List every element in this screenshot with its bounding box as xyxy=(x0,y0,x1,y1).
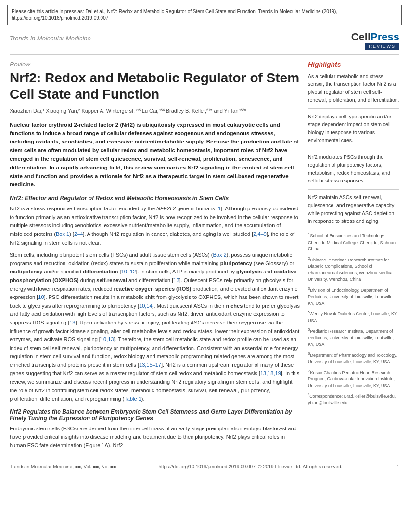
section2-heading: Nrf2 Regulates the Balance between Embry… xyxy=(10,408,300,422)
authors: Xiaozhen Dai,¹ Xiaoqing Yan,² Kupper A. … xyxy=(10,107,300,115)
article-type-label: Review xyxy=(10,61,300,68)
cellpress-logo: CellPress REVIEWS xyxy=(351,32,399,50)
section1-paragraph2: Stem cells, including pluripotent stem c… xyxy=(10,251,300,403)
journal-name: Trends in Molecular Medicine xyxy=(10,32,91,42)
correspondence: *Correspondence: Brad.Keller@louisville.… xyxy=(308,392,399,406)
affil-7: 7Kosair Charities Pediatric Heart Resear… xyxy=(308,368,399,389)
footer-bar: Trends in Molecular Medicine, ■■, Vol. ■… xyxy=(0,464,409,474)
press-text: Press xyxy=(371,31,399,43)
highlight-divider-1 xyxy=(308,108,399,109)
section1-paragraph1: Nrf2 is a stress-responsive transcriptio… xyxy=(10,205,300,247)
main-content: Review Nrf2: Redox and Metabolic Regulat… xyxy=(0,55,409,454)
highlight-item-4: Nrf2 maintain ASCs self-renewal, quiesce… xyxy=(308,194,399,225)
citation-text: Please cite this article in press as: Da… xyxy=(12,9,337,21)
footer-journal: Trends in Molecular Medicine, ■■, Vol. ■… xyxy=(10,464,116,469)
affil-6: 6Department of Pharmacology and Toxicolo… xyxy=(308,351,399,365)
left-column: Review Nrf2: Redox and Metabolic Regulat… xyxy=(10,55,300,454)
highlight-divider-3 xyxy=(308,189,399,190)
highlight-divider-2 xyxy=(308,149,399,149)
footer-doi[interactable]: https://doi.org/10.1016/j.molmed.2019.09… xyxy=(116,464,385,469)
highlights-heading: Highlights xyxy=(308,61,399,68)
affil-1: 1School of Biosciences and Technology, C… xyxy=(308,232,399,253)
section2-paragraph1: Embryonic stem cells (ESCs) are derived … xyxy=(10,425,300,450)
reviews-badge: REVIEWS xyxy=(365,43,399,50)
highlight-item-3: Nrf2 modulates PSCs through the regulati… xyxy=(308,153,399,184)
affil-3: 3Division of Endocrinology, Department o… xyxy=(308,286,399,307)
footer-page: 1 xyxy=(385,464,399,469)
citation-bar: Please cite this article in press as: Da… xyxy=(7,5,402,25)
cell-text: Cell xyxy=(351,31,371,43)
highlight-item-1: As a cellular metabolic and stress senso… xyxy=(308,72,399,104)
highlight-item-2: Nrf2 displays cell type-specific and/or … xyxy=(308,113,399,144)
right-column: Highlights As a cellular metabolic and s… xyxy=(308,55,399,454)
affil-5: 5Pediatric Research Institute, Departmen… xyxy=(308,327,399,348)
abstract: Nuclear factor erythroid 2-related facto… xyxy=(10,121,300,190)
cellpress-wordmark: CellPress xyxy=(351,32,399,42)
article-title: Nrf2: Redox and Metabolic Regulator of S… xyxy=(10,70,300,102)
affiliations: 1School of Biosciences and Technology, C… xyxy=(308,232,399,406)
section1-heading: Nrf2: Effector and Regulator of Redox an… xyxy=(10,195,300,202)
affil-star1: *Wendy Novak Diabetes Center, Louisville… xyxy=(308,310,399,324)
journal-header: Trends in Molecular Medicine CellPress R… xyxy=(0,29,409,54)
footer-divider xyxy=(10,461,399,461)
affil-2: 2Chinese–American Research Institute for… xyxy=(308,256,399,283)
